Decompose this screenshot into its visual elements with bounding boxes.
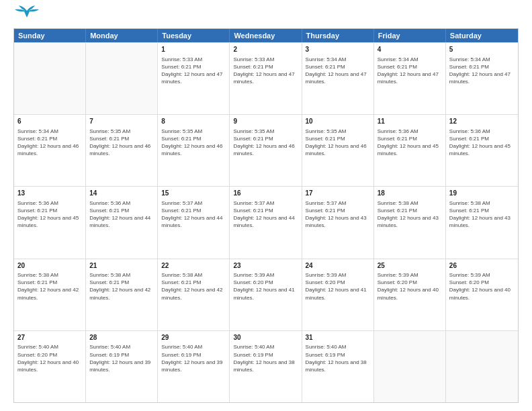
day-number: 24 xyxy=(306,261,370,271)
cal-cell: 26Sunrise: 5:39 AMSunset: 6:20 PMDayligh… xyxy=(446,259,518,330)
cal-cell: 27Sunrise: 5:40 AMSunset: 6:20 PMDayligh… xyxy=(14,331,86,402)
day-number: 9 xyxy=(233,117,298,126)
day-number: 13 xyxy=(17,189,82,198)
day-number: 27 xyxy=(17,333,82,342)
cal-cell: 18Sunrise: 5:38 AMSunset: 6:21 PMDayligh… xyxy=(374,187,446,258)
logo xyxy=(13,11,39,21)
cell-info: Sunrise: 5:35 AMSunset: 6:21 PMDaylight:… xyxy=(161,128,226,158)
cal-cell: 23Sunrise: 5:39 AMSunset: 6:20 PMDayligh… xyxy=(230,259,302,330)
day-number: 2 xyxy=(233,45,298,54)
cal-cell: 6Sunrise: 5:34 AMSunset: 6:21 PMDaylight… xyxy=(14,115,86,186)
cal-cell: 14Sunrise: 5:36 AMSunset: 6:21 PMDayligh… xyxy=(86,187,158,258)
cell-info: Sunrise: 5:38 AMSunset: 6:21 PMDaylight:… xyxy=(161,271,226,302)
day-number: 21 xyxy=(89,261,154,271)
day-number: 18 xyxy=(378,189,442,198)
cell-info: Sunrise: 5:38 AMSunset: 6:21 PMDaylight:… xyxy=(89,271,154,302)
cal-cell: 22Sunrise: 5:38 AMSunset: 6:21 PMDayligh… xyxy=(158,259,230,330)
cal-cell: 3Sunrise: 5:34 AMSunset: 6:21 PMDaylight… xyxy=(302,43,374,114)
cal-cell: 9Sunrise: 5:35 AMSunset: 6:21 PMDaylight… xyxy=(230,115,302,186)
day-number: 8 xyxy=(161,117,226,126)
day-number: 26 xyxy=(449,261,515,271)
day-number: 19 xyxy=(449,189,515,198)
cell-info: Sunrise: 5:36 AMSunset: 6:21 PMDaylight:… xyxy=(89,199,154,230)
cell-info: Sunrise: 5:40 AMSunset: 6:19 PMDaylight:… xyxy=(306,343,370,373)
cell-info: Sunrise: 5:34 AMSunset: 6:21 PMDaylight:… xyxy=(306,56,370,86)
cell-info: Sunrise: 5:38 AMSunset: 6:21 PMDaylight:… xyxy=(378,199,442,230)
cal-cell: 25Sunrise: 5:39 AMSunset: 6:20 PMDayligh… xyxy=(374,259,446,330)
cal-cell: 2Sunrise: 5:33 AMSunset: 6:21 PMDaylight… xyxy=(230,43,302,114)
cell-info: Sunrise: 5:38 AMSunset: 6:21 PMDaylight:… xyxy=(17,271,82,302)
cell-info: Sunrise: 5:36 AMSunset: 6:21 PMDaylight:… xyxy=(378,128,442,158)
cal-cell: 16Sunrise: 5:37 AMSunset: 6:21 PMDayligh… xyxy=(230,187,302,258)
cell-info: Sunrise: 5:34 AMSunset: 6:21 PMDaylight:… xyxy=(449,56,515,86)
logo-bird-icon xyxy=(15,5,39,21)
cal-cell: 29Sunrise: 5:40 AMSunset: 6:19 PMDayligh… xyxy=(158,331,230,402)
cell-info: Sunrise: 5:39 AMSunset: 6:20 PMDaylight:… xyxy=(233,271,298,302)
cell-info: Sunrise: 5:33 AMSunset: 6:21 PMDaylight:… xyxy=(161,56,226,86)
cell-info: Sunrise: 5:40 AMSunset: 6:19 PMDaylight:… xyxy=(89,343,154,373)
week-row-1: 1Sunrise: 5:33 AMSunset: 6:21 PMDaylight… xyxy=(14,42,518,114)
day-number: 25 xyxy=(378,261,442,271)
cal-cell: 21Sunrise: 5:38 AMSunset: 6:21 PMDayligh… xyxy=(86,259,158,330)
header-day-friday: Friday xyxy=(374,29,446,42)
cal-cell: 31Sunrise: 5:40 AMSunset: 6:19 PMDayligh… xyxy=(302,331,374,402)
cell-info: Sunrise: 5:35 AMSunset: 6:21 PMDaylight:… xyxy=(233,128,298,158)
day-number: 10 xyxy=(306,117,370,126)
day-number: 6 xyxy=(17,117,82,126)
calendar-header-row: SundayMondayTuesdayWednesdayThursdayFrid… xyxy=(14,29,518,42)
header-day-tuesday: Tuesday xyxy=(158,29,230,42)
day-number: 20 xyxy=(17,261,82,271)
cell-info: Sunrise: 5:40 AMSunset: 6:19 PMDaylight:… xyxy=(161,343,226,373)
cal-cell: 12Sunrise: 5:36 AMSunset: 6:21 PMDayligh… xyxy=(446,115,518,186)
cell-info: Sunrise: 5:37 AMSunset: 6:21 PMDaylight:… xyxy=(306,199,370,230)
cell-info: Sunrise: 5:34 AMSunset: 6:21 PMDaylight:… xyxy=(17,128,82,158)
cell-info: Sunrise: 5:39 AMSunset: 6:20 PMDaylight:… xyxy=(306,271,370,302)
cell-info: Sunrise: 5:38 AMSunset: 6:21 PMDaylight:… xyxy=(449,199,515,230)
day-number: 4 xyxy=(378,45,442,54)
header-day-thursday: Thursday xyxy=(302,29,374,42)
cell-info: Sunrise: 5:34 AMSunset: 6:21 PMDaylight:… xyxy=(378,56,442,86)
header-day-sunday: Sunday xyxy=(14,29,86,42)
cal-cell: 4Sunrise: 5:34 AMSunset: 6:21 PMDaylight… xyxy=(374,43,446,114)
day-number: 22 xyxy=(161,261,226,271)
cal-cell: 19Sunrise: 5:38 AMSunset: 6:21 PMDayligh… xyxy=(446,187,518,258)
cal-cell: 1Sunrise: 5:33 AMSunset: 6:21 PMDaylight… xyxy=(158,43,230,114)
day-number: 28 xyxy=(89,333,154,342)
calendar: SundayMondayTuesdayWednesdayThursdayFrid… xyxy=(13,28,519,403)
cell-info: Sunrise: 5:35 AMSunset: 6:21 PMDaylight:… xyxy=(306,128,370,158)
cal-cell: 20Sunrise: 5:38 AMSunset: 6:21 PMDayligh… xyxy=(14,259,86,330)
day-number: 11 xyxy=(378,117,442,126)
week-row-3: 13Sunrise: 5:36 AMSunset: 6:21 PMDayligh… xyxy=(14,186,518,258)
day-number: 16 xyxy=(233,189,298,198)
cal-cell: 17Sunrise: 5:37 AMSunset: 6:21 PMDayligh… xyxy=(302,187,374,258)
cal-cell: 8Sunrise: 5:35 AMSunset: 6:21 PMDaylight… xyxy=(158,115,230,186)
day-number: 1 xyxy=(161,45,226,54)
cell-info: Sunrise: 5:36 AMSunset: 6:21 PMDaylight:… xyxy=(17,199,82,230)
day-number: 17 xyxy=(306,189,370,198)
cell-info: Sunrise: 5:39 AMSunset: 6:20 PMDaylight:… xyxy=(449,271,515,302)
cal-cell: 30Sunrise: 5:40 AMSunset: 6:19 PMDayligh… xyxy=(230,331,302,402)
day-number: 12 xyxy=(449,117,515,126)
week-row-5: 27Sunrise: 5:40 AMSunset: 6:20 PMDayligh… xyxy=(14,330,518,402)
cal-cell xyxy=(14,43,86,114)
cell-info: Sunrise: 5:37 AMSunset: 6:21 PMDaylight:… xyxy=(233,199,298,230)
cal-cell xyxy=(374,331,446,402)
cell-info: Sunrise: 5:35 AMSunset: 6:21 PMDaylight:… xyxy=(89,128,154,158)
calendar-body: 1Sunrise: 5:33 AMSunset: 6:21 PMDaylight… xyxy=(14,42,518,402)
cal-cell: 5Sunrise: 5:34 AMSunset: 6:21 PMDaylight… xyxy=(446,43,518,114)
cal-cell: 10Sunrise: 5:35 AMSunset: 6:21 PMDayligh… xyxy=(302,115,374,186)
header xyxy=(13,11,519,21)
cal-cell: 13Sunrise: 5:36 AMSunset: 6:21 PMDayligh… xyxy=(14,187,86,258)
cal-cell: 28Sunrise: 5:40 AMSunset: 6:19 PMDayligh… xyxy=(86,331,158,402)
cell-info: Sunrise: 5:40 AMSunset: 6:19 PMDaylight:… xyxy=(233,343,298,373)
day-number: 30 xyxy=(233,333,298,342)
day-number: 31 xyxy=(306,333,370,342)
cell-info: Sunrise: 5:36 AMSunset: 6:21 PMDaylight:… xyxy=(449,128,515,158)
cell-info: Sunrise: 5:37 AMSunset: 6:21 PMDaylight:… xyxy=(161,199,226,230)
day-number: 14 xyxy=(89,189,154,198)
week-row-2: 6Sunrise: 5:34 AMSunset: 6:21 PMDaylight… xyxy=(14,114,518,186)
header-day-saturday: Saturday xyxy=(446,29,518,42)
cal-cell: 7Sunrise: 5:35 AMSunset: 6:21 PMDaylight… xyxy=(86,115,158,186)
header-day-wednesday: Wednesday xyxy=(230,29,302,42)
header-day-monday: Monday xyxy=(86,29,158,42)
